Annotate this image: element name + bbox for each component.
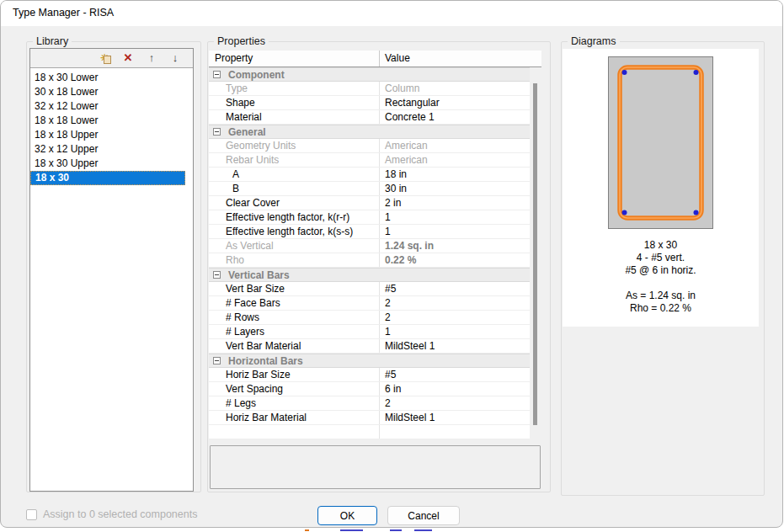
property-label: Shape bbox=[209, 96, 379, 109]
property-row: Vert Spacing6 in bbox=[209, 382, 530, 396]
property-value[interactable]: American bbox=[379, 139, 530, 152]
property-value[interactable]: 1 bbox=[379, 225, 530, 238]
library-toolbar: ✳✕↑↓ bbox=[30, 49, 193, 68]
section-row[interactable]: General bbox=[209, 125, 530, 139]
property-value[interactable]: 2 bbox=[379, 296, 530, 310]
ok-button[interactable]: OK bbox=[317, 506, 377, 525]
diagram-caption-line: Rho = 0.22 % bbox=[563, 302, 759, 315]
property-row: As Vertical1.24 sq. in bbox=[209, 239, 530, 253]
property-value[interactable]: MildSteel 1 bbox=[379, 411, 530, 424]
collapse-icon[interactable] bbox=[213, 71, 221, 78]
property-row: Rho0.22 % bbox=[209, 253, 530, 268]
property-row: TypeColumn bbox=[209, 82, 530, 96]
properties-scrollbar[interactable] bbox=[530, 67, 541, 439]
property-row: # Rows2 bbox=[209, 311, 530, 325]
property-value[interactable]: American bbox=[379, 153, 530, 167]
property-row: # Face Bars2 bbox=[209, 296, 530, 311]
empty-row bbox=[209, 425, 530, 439]
property-value[interactable]: 30 in bbox=[379, 182, 530, 195]
section-row[interactable]: Horizontal Bars bbox=[209, 354, 530, 368]
property-grid-header: Property Value bbox=[209, 51, 541, 67]
list-item[interactable]: 30 x 18 Lower bbox=[30, 85, 185, 99]
property-label: Clear Cover bbox=[209, 196, 379, 210]
property-row: Effective length factor, k(r-r)1 bbox=[209, 210, 530, 225]
property-value[interactable]: 1 bbox=[379, 325, 530, 338]
list-item[interactable]: 18 x 30 Lower bbox=[30, 71, 185, 85]
property-row: MaterialConcrete 1 bbox=[209, 110, 530, 125]
property-row: Vert Bar Size#5 bbox=[209, 282, 530, 296]
section-label: Vertical Bars bbox=[221, 269, 290, 281]
property-label: Effective length factor, k(r-r) bbox=[209, 210, 379, 224]
property-row: Vert Bar MaterialMildSteel 1 bbox=[209, 339, 530, 354]
property-value[interactable]: #5 bbox=[379, 368, 530, 381]
diagram-caption-line bbox=[563, 277, 759, 290]
property-row: B30 in bbox=[209, 182, 530, 196]
list-item[interactable]: 18 x 30 bbox=[30, 171, 185, 185]
list-item[interactable]: 32 x 12 Lower bbox=[30, 99, 185, 114]
window-title: Type Manager - RISA bbox=[13, 7, 114, 19]
list-item[interactable]: 32 x 12 Upper bbox=[30, 142, 185, 157]
delete-button[interactable]: ✕ bbox=[121, 51, 135, 65]
diagram-caption-line: 4 - #5 vert. bbox=[563, 252, 759, 264]
column-header-value: Value bbox=[379, 51, 530, 66]
assign-checkbox[interactable] bbox=[26, 509, 37, 520]
section-row[interactable]: Component bbox=[209, 67, 530, 82]
property-value[interactable]: 1 bbox=[379, 210, 530, 224]
scrollbar-thumb[interactable] bbox=[533, 83, 537, 425]
property-label: # Rows bbox=[209, 311, 379, 324]
list-item[interactable]: 18 x 30 Upper bbox=[30, 157, 185, 171]
property-description-box bbox=[210, 445, 541, 489]
library-group: Library ✳✕↑↓ 18 x 30 Lower30 x 18 Lower3… bbox=[26, 41, 201, 492]
property-label: Horiz Bar Material bbox=[209, 411, 379, 424]
property-value[interactable]: 2 bbox=[379, 396, 530, 410]
collapse-icon[interactable] bbox=[213, 271, 221, 279]
property-value[interactable]: #5 bbox=[379, 282, 530, 295]
collapse-icon[interactable] bbox=[213, 128, 221, 136]
property-label: Material bbox=[209, 110, 379, 124]
property-label: A bbox=[209, 168, 379, 181]
diagram-caption-line: As = 1.24 sq. in bbox=[563, 290, 759, 302]
list-item[interactable]: 18 x 18 Lower bbox=[30, 114, 185, 128]
property-value[interactable]: Concrete 1 bbox=[379, 110, 530, 124]
new-item-button[interactable]: ✳ bbox=[98, 51, 111, 65]
list-item[interactable]: 18 x 18 Upper bbox=[30, 128, 185, 142]
property-label: Horiz Bar Size bbox=[209, 368, 379, 381]
property-value[interactable]: 6 in bbox=[379, 382, 530, 396]
property-value[interactable]: 0.22 % bbox=[379, 253, 530, 267]
property-row: Horiz Bar MaterialMildSteel 1 bbox=[209, 411, 530, 425]
diagram-caption-line: #5 @ 6 in horiz. bbox=[563, 264, 759, 277]
property-value[interactable]: Rectangular bbox=[379, 96, 530, 109]
diagrams-group: Diagrams 18 x 304 - #5 vert.#5 @ 6 in ho… bbox=[561, 41, 765, 496]
property-label: Vert Bar Size bbox=[209, 282, 379, 295]
property-value[interactable]: 2 in bbox=[379, 196, 530, 210]
section-row[interactable]: Vertical Bars bbox=[209, 268, 530, 282]
property-value[interactable]: Column bbox=[379, 82, 530, 95]
property-label: Type bbox=[209, 82, 379, 95]
cancel-button[interactable]: Cancel bbox=[387, 506, 460, 525]
property-label: Rho bbox=[209, 253, 379, 267]
move-up-button[interactable]: ↑ bbox=[145, 51, 158, 65]
library-list[interactable]: 18 x 30 Lower30 x 18 Lower32 x 12 Lower1… bbox=[30, 68, 193, 185]
new-item-icon: ✳ bbox=[100, 51, 109, 65]
property-row: # Layers1 bbox=[209, 325, 530, 339]
header-scrollbar-spacer bbox=[530, 51, 541, 66]
property-label: Vert Bar Material bbox=[209, 339, 379, 353]
property-value[interactable]: 1.24 sq. in bbox=[379, 239, 530, 253]
property-value[interactable]: MildSteel 1 bbox=[379, 339, 530, 353]
property-row: Geometry UnitsAmerican bbox=[209, 139, 530, 153]
move-down-button[interactable]: ↓ bbox=[168, 51, 182, 65]
section-label: General bbox=[221, 126, 266, 138]
property-label: Effective length factor, k(s-s) bbox=[209, 225, 379, 238]
properties-group-label: Properties bbox=[214, 35, 269, 47]
arrow-up-icon: ↑ bbox=[149, 51, 155, 65]
collapse-icon[interactable] bbox=[213, 357, 221, 364]
title-bar[interactable]: Type Manager - RISA bbox=[1, 1, 782, 26]
property-label bbox=[209, 425, 379, 439]
property-row: A18 in bbox=[209, 168, 530, 182]
section-label: Horizontal Bars bbox=[221, 355, 303, 367]
property-label: Geometry Units bbox=[209, 139, 379, 152]
delete-icon: ✕ bbox=[124, 51, 133, 65]
property-value[interactable]: 18 in bbox=[379, 168, 530, 181]
property-value[interactable]: 2 bbox=[379, 311, 530, 324]
property-label: # Face Bars bbox=[209, 296, 379, 310]
